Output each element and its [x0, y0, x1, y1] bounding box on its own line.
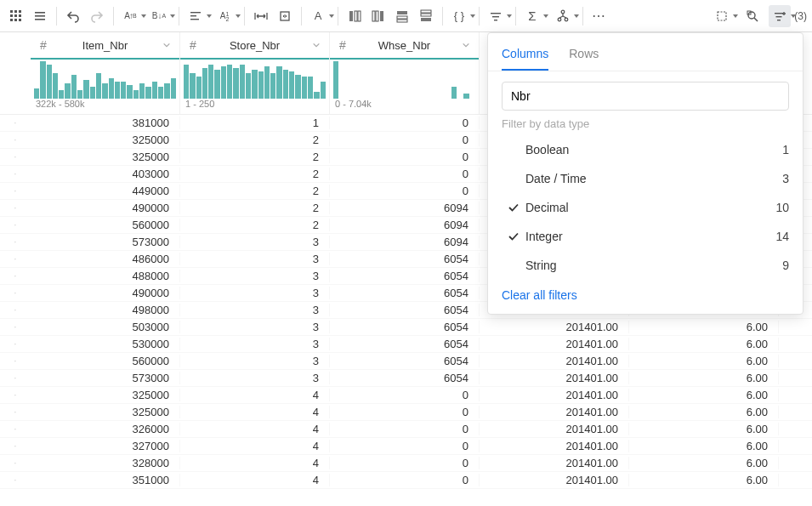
cell[interactable]: 0	[330, 440, 480, 452]
cell[interactable]: 4	[180, 440, 330, 452]
cell[interactable]: 573000	[31, 372, 180, 384]
cell[interactable]: 1	[180, 117, 330, 129]
cell[interactable]: 0	[330, 406, 480, 418]
cell[interactable]: 2	[180, 219, 330, 231]
cell[interactable]: 490000	[31, 287, 180, 299]
cell[interactable]: 4	[180, 406, 330, 418]
code-braces-icon[interactable]: { }	[448, 5, 470, 27]
tab-columns[interactable]: Columns	[502, 42, 548, 71]
chevron-down-icon[interactable]	[460, 39, 472, 51]
insert-col-right-icon[interactable]	[367, 5, 389, 27]
table-row[interactable]: ·32600040201401.006.00	[0, 421, 812, 438]
cell[interactable]: 0	[330, 134, 480, 146]
cell[interactable]: 325000	[31, 389, 180, 401]
cell[interactable]: 201401.00	[480, 406, 629, 418]
cell[interactable]: 6.00	[629, 440, 779, 452]
cell[interactable]: 573000	[31, 236, 180, 248]
cell[interactable]: 6.00	[629, 321, 779, 333]
cell[interactable]: 6054	[330, 321, 480, 333]
clear-all-filters-link[interactable]: Clear all filters	[502, 288, 789, 302]
cell[interactable]: 6.00	[629, 372, 779, 384]
cell[interactable]: 490000	[31, 202, 180, 214]
cell[interactable]: 0	[330, 185, 480, 197]
column-header[interactable]: #Store_Nbr	[180, 32, 329, 58]
chevron-down-icon[interactable]	[310, 39, 322, 51]
data-type-filter-row[interactable]: Integer14	[502, 222, 789, 251]
cell[interactable]: 201401.00	[480, 457, 629, 469]
insert-row-above-icon[interactable]	[391, 5, 413, 27]
tab-rows[interactable]: Rows	[569, 42, 599, 71]
cell[interactable]: 3	[180, 287, 330, 299]
cell[interactable]: 201401.00	[480, 389, 629, 401]
table-row[interactable]: ·32800040201401.006.00	[0, 455, 812, 472]
table-row[interactable]: ·32500040201401.006.00	[0, 404, 812, 421]
cell[interactable]: 3	[180, 355, 330, 367]
cell[interactable]: 381000	[31, 117, 180, 129]
cell[interactable]: 2	[180, 202, 330, 214]
cell[interactable]: 3	[180, 304, 330, 316]
cell[interactable]: 6.00	[629, 355, 779, 367]
cell[interactable]: 4	[180, 389, 330, 401]
cell[interactable]: 6.00	[629, 457, 779, 469]
insert-col-left-icon[interactable]	[344, 5, 366, 27]
cell[interactable]: 6.00	[629, 389, 779, 401]
cell[interactable]: 4	[180, 457, 330, 469]
cell[interactable]: 201401.00	[480, 355, 629, 367]
table-row[interactable]: ·53000036054201401.006.00	[0, 336, 812, 353]
redo-icon[interactable]	[86, 5, 108, 27]
cell[interactable]: 488000	[31, 270, 180, 282]
cell[interactable]: 325000	[31, 406, 180, 418]
cell[interactable]: 449000	[31, 185, 180, 197]
cell[interactable]: 6.00	[629, 338, 779, 350]
cell[interactable]: 0	[330, 389, 480, 401]
cell[interactable]: 3	[180, 321, 330, 333]
cell[interactable]: 6054	[330, 253, 480, 265]
cell[interactable]: 3	[180, 372, 330, 384]
column-search-input[interactable]	[502, 82, 789, 111]
more-icon[interactable]: ⋯	[588, 5, 610, 27]
selection-tool-icon[interactable]	[711, 5, 733, 27]
cell[interactable]: 201401.00	[480, 321, 629, 333]
table-row[interactable]: ·57300036054201401.006.00	[0, 370, 812, 387]
cell[interactable]: 2	[180, 185, 330, 197]
column-filter-icon[interactable]	[769, 5, 791, 27]
column-header[interactable]: #Whse_Nbr	[330, 32, 479, 58]
sort-desc-icon[interactable]: B↓A	[148, 5, 170, 27]
zoom-tool-icon[interactable]	[741, 5, 764, 27]
data-type-filter-row[interactable]: Boolean1	[502, 135, 789, 164]
cell[interactable]: 201401.00	[480, 440, 629, 452]
cell[interactable]: 351000	[31, 474, 180, 486]
cell[interactable]: 6094	[330, 202, 480, 214]
filter-icon[interactable]	[485, 5, 507, 27]
data-type-filter-row[interactable]: String9	[502, 251, 789, 280]
cell[interactable]: 6.00	[629, 423, 779, 435]
cell[interactable]: 3	[180, 338, 330, 350]
table-row[interactable]: ·56000036054201401.006.00	[0, 353, 812, 370]
cell[interactable]: 6054	[330, 338, 480, 350]
cell[interactable]: 6054	[330, 372, 480, 384]
cell[interactable]: 6054	[330, 270, 480, 282]
sort-asc-icon[interactable]: A↑B	[119, 5, 141, 27]
undo-icon[interactable]	[62, 5, 84, 27]
cell[interactable]: 3	[180, 253, 330, 265]
schema-icon[interactable]	[552, 5, 574, 27]
cell[interactable]: 560000	[31, 355, 180, 367]
cell[interactable]: 0	[330, 151, 480, 163]
cell[interactable]: 6054	[330, 304, 480, 316]
cell[interactable]: 2	[180, 151, 330, 163]
cell[interactable]: 0	[330, 457, 480, 469]
column-header[interactable]: #Item_Nbr	[31, 32, 179, 58]
cell[interactable]: 325000	[31, 151, 180, 163]
cell[interactable]: 201401.00	[480, 338, 629, 350]
chevron-down-icon[interactable]	[161, 39, 173, 51]
cell[interactable]: 6094	[330, 219, 480, 231]
cell[interactable]: 6054	[330, 287, 480, 299]
cell[interactable]: 0	[330, 168, 480, 180]
cell[interactable]: 403000	[31, 168, 180, 180]
number-format-icon[interactable]: A12	[213, 5, 236, 27]
grid-view-icon[interactable]	[5, 5, 27, 27]
data-type-filter-row[interactable]: Date / Time3	[502, 164, 789, 193]
cell[interactable]: 498000	[31, 304, 180, 316]
table-row[interactable]: ·50300036054201401.006.00	[0, 319, 812, 336]
cell[interactable]: 560000	[31, 219, 180, 231]
